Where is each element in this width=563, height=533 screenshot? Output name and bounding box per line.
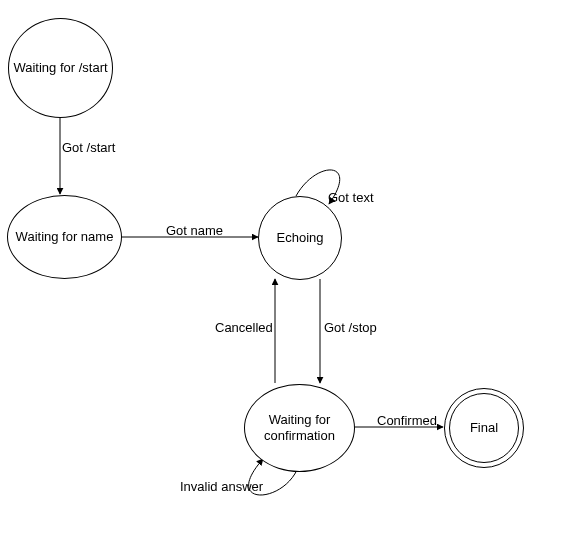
state-label: Echoing [277, 230, 324, 246]
edge-label-cancelled: Cancelled [215, 320, 273, 335]
state-waiting-conf: Waiting for confirmation [244, 384, 355, 472]
state-label: Waiting for /start [13, 60, 107, 76]
edge-label-got-name: Got name [166, 223, 223, 238]
state-echoing: Echoing [258, 196, 342, 280]
state-label: Waiting for name [16, 229, 114, 245]
edge-label-confirmed: Confirmed [377, 413, 437, 428]
edge-label-got-stop: Got /stop [324, 320, 377, 335]
state-final-inner [449, 393, 519, 463]
state-waiting-start: Waiting for /start [8, 18, 113, 118]
edge-label-got-text: Got text [328, 190, 374, 205]
state-final: Final [444, 388, 524, 468]
state-waiting-name: Waiting for name [7, 195, 122, 279]
state-label: Waiting for confirmation [245, 412, 354, 443]
edge-label-got-start: Got /start [62, 140, 115, 155]
edge-label-invalid-answer: Invalid answer [180, 479, 263, 494]
